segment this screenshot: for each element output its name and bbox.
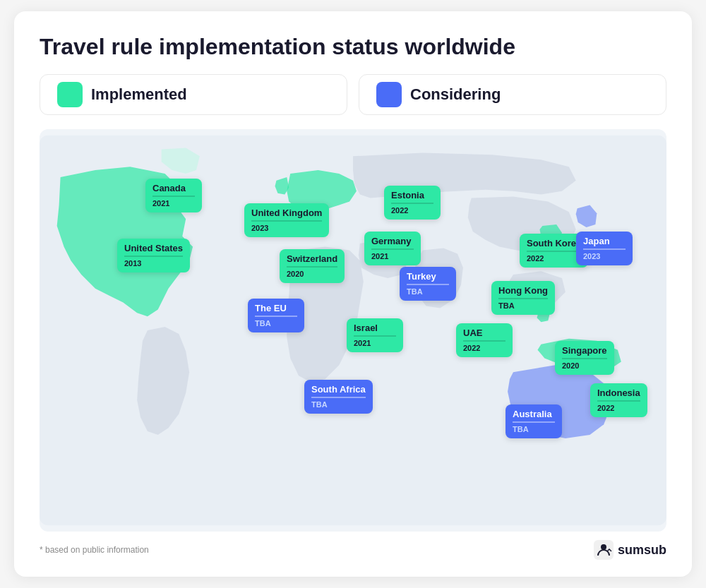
chip-year-hong-kong: TBA: [498, 301, 548, 310]
implemented-dot: [57, 82, 83, 107]
chip-divider-south-africa: [311, 397, 366, 398]
chip-divider-south-korea: [527, 251, 581, 252]
chip-name-israel: Israel: [354, 323, 396, 333]
considering-dot: [376, 82, 402, 107]
chip-year-the-eu: TBA: [255, 319, 297, 328]
chip-name-estonia: Estonia: [391, 190, 433, 200]
chip-name-united-states: United States: [124, 243, 183, 253]
chip-divider-australia: [513, 421, 555, 423]
chip-divider-singapore: [562, 358, 607, 359]
chip-united-states: United States2013: [117, 239, 190, 272]
chip-divider-canada: [152, 196, 195, 197]
chip-estonia: Estonia2022: [384, 186, 441, 220]
implemented-label: Implemented: [91, 85, 187, 104]
chip-name-turkey: Turkey: [407, 271, 449, 282]
chip-name-south-korea: South Korea: [527, 238, 581, 248]
chip-divider-turkey: [407, 284, 449, 285]
chip-divider-japan: [583, 248, 626, 250]
chip-canada: Canada2021: [145, 179, 202, 212]
chip-name-canada: Canada: [152, 183, 195, 193]
chip-year-uae: 2022: [463, 344, 505, 352]
chip-divider-the-eu: [255, 316, 297, 317]
chip-name-south-africa: South Africa: [311, 384, 366, 395]
legend-row: Implemented Considering: [40, 74, 666, 115]
chip-switzerland: Switzerland2020: [280, 249, 345, 283]
chip-year-singapore: 2020: [562, 361, 607, 370]
brand-name: sumsub: [618, 543, 666, 558]
footer: * based on public information sumsub: [40, 540, 666, 560]
chip-germany: Germany2021: [364, 232, 421, 265]
chip-name-indonesia: Indonesia: [597, 388, 640, 398]
svg-point-2: [601, 544, 606, 550]
chip-hong-kong: Hong KongTBA: [491, 281, 555, 315]
chip-divider-israel: [354, 335, 396, 337]
brand-logo: sumsub: [594, 540, 666, 560]
chip-year-israel: 2021: [354, 339, 396, 347]
chip-divider-germany: [371, 248, 414, 250]
chip-year-indonesia: 2022: [597, 404, 640, 412]
chip-year-canada: 2021: [152, 199, 195, 208]
page-title: Travel rule implementation status worldw…: [40, 34, 666, 60]
main-card: Travel rule implementation status worldw…: [14, 11, 692, 577]
chip-year-south-korea: 2022: [527, 254, 581, 263]
chip-name-singapore: Singapore: [562, 345, 607, 356]
chip-name-hong-kong: Hong Kong: [498, 285, 548, 296]
chip-australia: AustraliaTBA: [505, 404, 562, 438]
chip-divider-switzerland: [287, 266, 337, 268]
chip-divider-indonesia: [597, 400, 640, 402]
chip-divider-united-states: [124, 256, 183, 257]
legend-considering: Considering: [359, 74, 666, 115]
chip-the-eu: The EUTBA: [248, 299, 304, 332]
chip-year-japan: 2023: [583, 252, 626, 260]
sumsub-icon: [594, 540, 614, 560]
considering-label: Considering: [410, 85, 501, 104]
legend-implemented: Implemented: [40, 74, 347, 115]
chip-divider-hong-kong: [498, 298, 548, 299]
chip-uae: UAE2022: [456, 323, 513, 357]
chip-singapore: Singapore2020: [555, 341, 614, 375]
chip-name-germany: Germany: [371, 236, 414, 246]
chip-year-australia: TBA: [513, 425, 555, 433]
chip-year-south-africa: TBA: [311, 400, 366, 409]
chip-name-japan: Japan: [583, 236, 626, 246]
chip-indonesia: Indonesia2022: [590, 383, 647, 417]
chip-divider-united-kingdom: [251, 220, 322, 222]
chip-divider-uae: [463, 340, 505, 342]
chip-israel: Israel2021: [347, 318, 403, 352]
chip-name-switzerland: Switzerland: [287, 253, 337, 264]
chip-year-united-states: 2013: [124, 259, 183, 268]
footnote: * based on public information: [40, 545, 149, 555]
chip-year-germany: 2021: [371, 252, 414, 260]
chip-name-the-eu: The EU: [255, 303, 297, 313]
chip-japan: Japan2023: [576, 232, 633, 265]
chip-turkey: TurkeyTBA: [400, 267, 456, 301]
chip-name-uae: UAE: [463, 328, 505, 338]
chip-south-africa: South AfricaTBA: [304, 380, 373, 414]
chip-name-united-kingdom: United Kingdom: [251, 208, 322, 218]
chip-year-estonia: 2022: [391, 206, 433, 215]
chip-united-kingdom: United Kingdom2023: [244, 203, 329, 237]
chip-year-turkey: TBA: [407, 287, 449, 296]
chip-year-switzerland: 2020: [287, 270, 337, 278]
chip-divider-estonia: [391, 203, 433, 204]
chip-year-united-kingdom: 2023: [251, 224, 322, 232]
chip-name-australia: Australia: [513, 409, 555, 419]
map-container: Canada2021United States2013United Kingdo…: [40, 129, 666, 532]
